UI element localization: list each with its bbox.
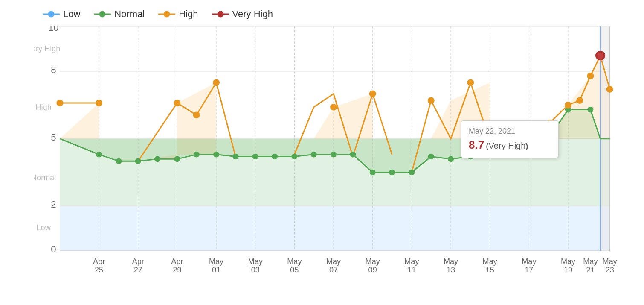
orange-dot-2: [174, 100, 180, 106]
orange-dot-1: [96, 100, 102, 106]
orange-dot-4: [213, 79, 220, 86]
legend-label-normal: Normal: [114, 9, 145, 20]
xlabel-2: Apr: [171, 258, 183, 266]
orange-dot-9: [546, 120, 553, 126]
chart-svg: 0 2 5 8 10 Low Normal High Very High Apr…: [34, 26, 627, 272]
orange-dot-6: [369, 91, 376, 97]
green-dot-8: [252, 154, 258, 160]
green-dot-11: [311, 152, 317, 158]
green-dot-22: [526, 138, 532, 144]
xlabel-4b: 03: [251, 266, 260, 272]
chart-legend: Low Normal High Very High: [43, 9, 627, 20]
xlabel-3b: 01: [212, 266, 220, 272]
orange-dot-10: [565, 102, 571, 109]
green-dot-3: [154, 156, 160, 162]
orange-dot-8: [467, 79, 474, 86]
orange-dot-0: [56, 100, 63, 106]
xlabel-11b: 17: [525, 266, 533, 272]
green-dot-10: [291, 154, 297, 160]
green-dot-12: [331, 152, 337, 158]
very-high-dot-inner: [598, 53, 603, 59]
bandlabel-normal: Normal: [34, 173, 56, 182]
xlabel-10: May: [483, 258, 497, 266]
green-dot-21: [507, 138, 513, 144]
ylabel-8: 8: [51, 65, 56, 75]
xlabel-9: May: [444, 258, 458, 266]
orange-dot-5: [330, 104, 337, 111]
green-dot-4: [174, 156, 180, 162]
ylabel-2: 2: [51, 199, 56, 210]
bandlabel-very-high: Very High: [34, 45, 60, 53]
high-fill-0: [60, 103, 99, 139]
xlabel-12: May: [561, 258, 575, 266]
bandlabel-low: Low: [37, 223, 51, 232]
legend-item-low: Low: [43, 9, 80, 20]
green-dot-2: [135, 158, 141, 164]
chart-container: Low Normal High Very High: [0, 0, 644, 305]
xlabel-3: May: [209, 258, 223, 266]
legend-label-very-high: Very High: [232, 9, 273, 20]
green-dot-16: [409, 170, 415, 176]
orange-dot-12: [587, 73, 594, 79]
xlabel-9b: 13: [447, 266, 455, 272]
ylabel-10: 10: [48, 26, 59, 33]
svg-point-7: [218, 11, 223, 17]
legend-item-normal: Normal: [94, 9, 145, 20]
low-band: [60, 206, 609, 251]
orange-dot-7: [428, 97, 435, 104]
green-dot-0: [96, 152, 102, 158]
bandlabel-high: High: [36, 103, 52, 111]
xlabel-13: May: [583, 258, 598, 266]
green-dot-25: [587, 107, 593, 113]
xlabel-4: May: [248, 258, 263, 266]
legend-item-high: High: [158, 9, 198, 20]
xlabel-10b: 15: [486, 266, 494, 272]
green-dot-13: [350, 152, 356, 158]
xlabel-8b: 11: [407, 266, 416, 272]
green-dot-19: [467, 154, 473, 160]
xlabel-7b: 09: [368, 266, 377, 272]
xlabel-12b: 19: [564, 266, 572, 272]
xlabel-11: May: [522, 258, 536, 266]
chart-area: 0 2 5 8 10 Low Normal High Very High Apr…: [34, 26, 627, 272]
xlabel-8: May: [404, 258, 419, 266]
green-dot-23: [545, 136, 551, 142]
green-dot-20: [487, 142, 493, 148]
orange-dot-3: [193, 111, 200, 118]
xlabel-7: May: [366, 258, 380, 266]
green-dot-18: [448, 156, 454, 162]
xlabel-0b: 25: [95, 266, 103, 272]
green-dot-14: [370, 170, 376, 176]
xlabel-1: Apr: [132, 258, 144, 266]
green-dot-17: [428, 154, 434, 160]
svg-point-1: [48, 11, 54, 17]
green-dot-6: [213, 152, 219, 158]
orange-dot-11: [576, 97, 583, 104]
ylabel-5: 5: [51, 132, 56, 143]
legend-label-high: High: [179, 9, 198, 20]
svg-point-3: [99, 11, 105, 17]
xlabel-14b: 23: [606, 266, 614, 272]
xlabel-6: May: [326, 258, 341, 266]
xlabel-5b: 05: [290, 266, 299, 272]
legend-label-low: Low: [63, 9, 80, 20]
xlabel-6b: 07: [329, 266, 338, 272]
xlabel-2b: 29: [173, 266, 181, 272]
xlabel-1b: 27: [134, 266, 142, 272]
xlabel-5: May: [287, 258, 302, 266]
ylabel-0: 0: [51, 244, 56, 255]
green-dot-15: [389, 170, 395, 176]
svg-point-5: [164, 11, 170, 17]
xlabel-13b: 21: [586, 266, 595, 272]
green-dot-1: [116, 158, 122, 164]
legend-item-very-high: Very High: [212, 9, 273, 20]
green-dot-9: [272, 154, 278, 160]
xlabel-14: May: [603, 258, 617, 266]
orange-dot-13: [606, 86, 613, 93]
green-dot-7: [232, 154, 238, 160]
xlabel-0: Apr: [93, 258, 105, 266]
green-dot-5: [194, 152, 200, 158]
